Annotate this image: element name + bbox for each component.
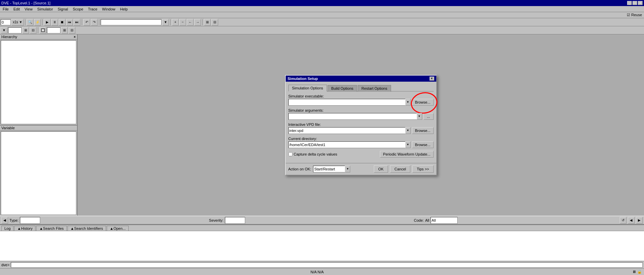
tab-restart-options[interactable]: Restart Options bbox=[358, 85, 391, 92]
dialog-tab-bar: Simulation Options Build Options Restart… bbox=[288, 84, 434, 91]
severity-label: Severity: bbox=[209, 218, 224, 222]
minimize-button[interactable]: _ bbox=[627, 1, 632, 5]
sec-input-2[interactable] bbox=[47, 27, 60, 33]
code-select[interactable]: All bbox=[431, 217, 458, 224]
severity-select-wrapper bbox=[225, 217, 413, 224]
app-window: DVE - TopLevel.1 - [Source.1] _ □ × File… bbox=[0, 0, 644, 275]
type-select[interactable] bbox=[20, 217, 40, 224]
toolbar-btn-5[interactable]: ⏹ bbox=[59, 19, 66, 26]
toolbar-btn-9[interactable]: ↷ bbox=[91, 19, 98, 26]
tab-build-options[interactable]: Build Options bbox=[328, 85, 357, 92]
severity-select[interactable] bbox=[225, 217, 245, 224]
toolbar-btn-8[interactable]: ↶ bbox=[83, 19, 90, 26]
toolbar-btn-15[interactable]: ⊞ bbox=[204, 19, 211, 26]
log-tab-bar: Log ▲History ▲Search Files ▲Search Ident… bbox=[0, 225, 644, 231]
hierarchy-close-btn[interactable]: × bbox=[74, 35, 76, 39]
simulator-arguments-arrow: ▼ bbox=[417, 113, 422, 120]
toolbar-btn-1[interactable]: 🔍 bbox=[27, 19, 33, 26]
toolbar-btn-10[interactable]: ▼ bbox=[162, 19, 169, 26]
search-toolbar-input[interactable] bbox=[101, 19, 161, 25]
sep6 bbox=[202, 19, 203, 25]
simulator-arguments-group: Simulator arguments: ▼ ... bbox=[288, 108, 434, 120]
periodic-waveform-btn[interactable]: Periodic Waveform Update... bbox=[380, 151, 433, 158]
sec-toolbar-btn-3[interactable]: ⊟ bbox=[30, 27, 36, 34]
next-btn[interactable]: ▶ bbox=[636, 217, 643, 224]
log-tab-search-files[interactable]: ▲Search Files bbox=[36, 226, 67, 231]
toolbar-btn-12[interactable]: − bbox=[179, 19, 186, 26]
log-prompt: dve> bbox=[1, 263, 9, 267]
sec-toolbar-btn-5[interactable]: ⊞ bbox=[61, 27, 68, 34]
main-toolbar: x1s ▼ 🔍 ⚡ ▶ ⏸ ⏹ ⏮ ⏭ ↶ ↷ ▼ + − ← → ⊞ ⊟ bbox=[0, 18, 644, 26]
log-input-row: dve> bbox=[0, 261, 644, 268]
toolbar-btn-6[interactable]: ⏮ bbox=[66, 19, 73, 26]
interactive-vpd-arrow: ▼ bbox=[405, 127, 411, 134]
close-button[interactable]: × bbox=[638, 1, 643, 5]
simulator-arguments-label: Simulator arguments: bbox=[288, 108, 434, 112]
menu-scope[interactable]: Scope bbox=[71, 7, 85, 11]
type-label: Type: bbox=[9, 218, 19, 222]
zoom-value-input[interactable] bbox=[1, 19, 11, 25]
sec-toolbar-btn-1[interactable]: ▼ bbox=[1, 27, 7, 34]
scroll-left-btn[interactable]: ◀ bbox=[1, 217, 8, 224]
simulation-setup-dialog: Simulation Setup × Simulation Options Bu… bbox=[285, 75, 437, 175]
interactive-vpd-browse-btn[interactable]: Browse... bbox=[412, 127, 434, 134]
capture-delta-checkbox[interactable] bbox=[288, 152, 292, 156]
menu-simulator[interactable]: Simulator bbox=[35, 7, 55, 11]
sep1 bbox=[25, 19, 25, 25]
variable-title: Variable bbox=[1, 126, 15, 130]
dialog-close-button[interactable]: × bbox=[430, 77, 434, 81]
menu-signal[interactable]: Signal bbox=[56, 7, 70, 11]
sec-toolbar-btn-6[interactable]: ⊟ bbox=[69, 27, 75, 34]
capture-delta-wrapper: Capture delta cycle values bbox=[288, 152, 337, 156]
menu-file[interactable]: File bbox=[1, 7, 11, 11]
toolbar-btn-7[interactable]: ⏭ bbox=[74, 19, 80, 26]
title-bar: DVE - TopLevel.1 - [Source.1] _ □ × bbox=[0, 0, 644, 6]
log-tab-search-identifiers[interactable]: ▲Search Identifiers bbox=[68, 226, 106, 231]
menu-trace[interactable]: Trace bbox=[86, 7, 100, 11]
simulator-executable-select[interactable] bbox=[288, 99, 411, 106]
sec-input-1[interactable] bbox=[8, 27, 22, 33]
log-input[interactable] bbox=[11, 262, 643, 268]
ok-button[interactable]: OK bbox=[374, 165, 388, 173]
menu-window[interactable]: Window bbox=[100, 7, 117, 11]
toolbar-btn-16[interactable]: ⊟ bbox=[211, 19, 218, 26]
toolbar-btn-3[interactable]: ▶ bbox=[44, 19, 51, 26]
menu-help[interactable]: Help bbox=[118, 7, 130, 11]
zoom-unit-btn[interactable]: x1s ▼ bbox=[11, 19, 24, 26]
sep3 bbox=[82, 19, 82, 25]
menu-edit[interactable]: Edit bbox=[11, 7, 22, 11]
menu-view[interactable]: View bbox=[23, 7, 35, 11]
simulator-executable-browse-btn[interactable]: Browse... bbox=[412, 99, 434, 106]
toolbar-btn-13[interactable]: ← bbox=[187, 19, 194, 26]
sec-toolbar-btn-4[interactable]: 🔲 bbox=[40, 27, 46, 34]
refresh-btn[interactable]: ↺ bbox=[620, 217, 626, 224]
prev-btn[interactable]: ◀ bbox=[628, 217, 635, 224]
variable-titlebar: Variable bbox=[0, 126, 77, 131]
log-tab-open[interactable]: ▲Open... bbox=[107, 226, 129, 231]
toolbar-btn-4[interactable]: ⏸ bbox=[51, 19, 58, 26]
current-directory-select[interactable]: /home/ICer/EDA/test1 bbox=[288, 141, 411, 148]
variable-panel: Variable bbox=[0, 126, 77, 216]
variable-content bbox=[1, 131, 76, 215]
tips-button[interactable]: Tips >> bbox=[412, 165, 433, 173]
sep7 bbox=[38, 27, 38, 33]
current-directory-browse-btn[interactable]: Browse... bbox=[412, 141, 434, 148]
log-tab-history[interactable]: ▲History bbox=[14, 226, 35, 231]
toolbar-btn-14[interactable]: → bbox=[194, 19, 201, 26]
cancel-button[interactable]: Cancel bbox=[390, 165, 410, 173]
type-severity-toolbar: ◀ Type: Severity: Code: All All ↺ ◀ ▶ bbox=[0, 216, 644, 224]
tab-simulation-options[interactable]: Simulation Options bbox=[288, 85, 327, 91]
toolbar-btn-2[interactable]: ⚡ bbox=[34, 19, 41, 26]
interactive-vpd-select[interactable]: inter.vpd bbox=[288, 127, 411, 134]
dialog-title: Simulation Setup bbox=[288, 77, 318, 81]
toolbar-btn-11[interactable]: + bbox=[172, 19, 179, 26]
simulator-arguments-dots-btn[interactable]: ... bbox=[423, 113, 434, 120]
simulator-arguments-select[interactable] bbox=[288, 113, 422, 120]
status-right: N/A N/A bbox=[310, 270, 324, 274]
log-tab-log[interactable]: Log bbox=[1, 226, 14, 231]
sec-toolbar-btn-2[interactable]: ⊞ bbox=[22, 27, 29, 34]
current-directory-group: Current directory: /home/ICer/EDA/test1 … bbox=[288, 137, 434, 148]
simulator-executable-wrapper: ▼ bbox=[288, 99, 411, 106]
maximize-button[interactable]: □ bbox=[633, 1, 637, 5]
reuse-bar: ☑ Reuse bbox=[0, 12, 644, 18]
